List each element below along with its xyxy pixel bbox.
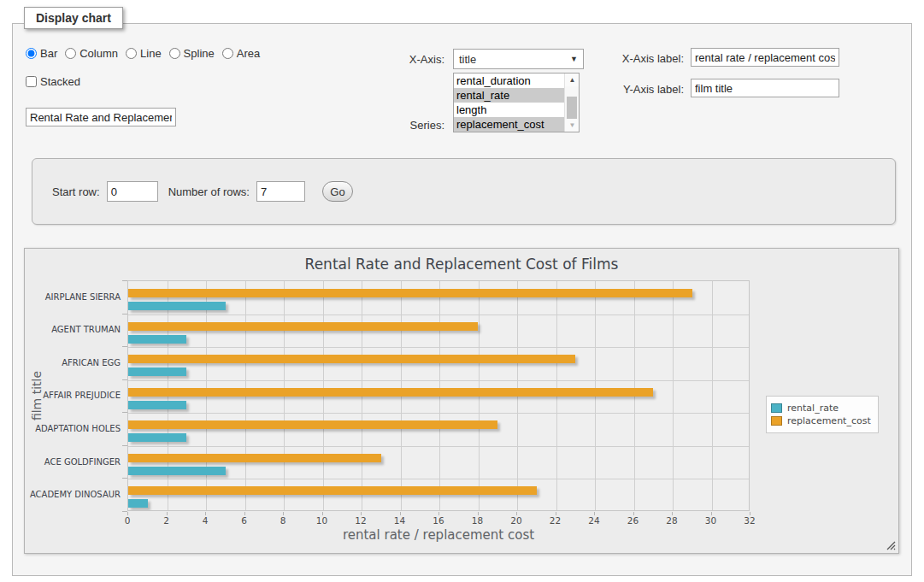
radio-spline-label: Spline: [184, 47, 215, 60]
y-tick-mark: [122, 445, 127, 446]
x-tick-mark: [556, 512, 556, 515]
x-tick-label: 2: [150, 515, 184, 526]
radio-column-input[interactable]: [65, 48, 76, 59]
y-tick-label: ACE GOLDFINGER: [25, 445, 121, 479]
scroll-down-icon[interactable]: ▼: [565, 119, 580, 132]
scrollbar-thumb[interactable]: [567, 97, 577, 119]
radio-bar[interactable]: Bar: [26, 47, 57, 60]
chart-legend: rental_rate replacement_cost: [766, 396, 879, 433]
number-of-rows-label: Number of rows:: [168, 185, 250, 198]
radio-bar-input[interactable]: [26, 48, 37, 59]
scroll-up-icon[interactable]: ▲: [565, 73, 580, 86]
series-listbox[interactable]: rental_duration rental_rate length repla…: [453, 73, 580, 132]
y-tick-label: AFRICAN EGG: [25, 346, 121, 379]
x-tick-label: 28: [655, 515, 689, 526]
start-row-input[interactable]: [107, 181, 158, 202]
y-tick-label: ACADEMY DINOSAUR: [25, 478, 121, 511]
legend-item: replacement_cost: [771, 415, 871, 426]
radio-area-label: Area: [237, 47, 260, 60]
radio-line-label: Line: [140, 47, 162, 60]
chevron-down-icon: ▼: [570, 55, 578, 63]
listbox-scrollbar[interactable]: ▲ ▼: [564, 73, 579, 132]
x-tick-label: 10: [305, 515, 339, 526]
gridline-vertical: [712, 281, 713, 510]
y-tick-mark: [122, 314, 127, 315]
x-tick-label: 8: [266, 515, 300, 526]
y-axis-label-label: Y-Axis label:: [603, 83, 684, 96]
gridline-horizontal: [128, 315, 749, 315]
bar-rental_rate: [128, 433, 186, 442]
radio-line[interactable]: Line: [126, 47, 162, 60]
x-tick-label: 32: [733, 515, 767, 526]
x-axis-label-input[interactable]: [691, 48, 839, 67]
y-tick-label: AIRPLANE SIERRA: [25, 280, 121, 314]
x-tick-mark: [205, 512, 206, 515]
series-option-rental-rate[interactable]: rental_rate: [454, 88, 579, 103]
bar-replacement_cost: [128, 486, 537, 495]
radio-spline[interactable]: Spline: [169, 47, 215, 60]
go-button[interactable]: Go: [322, 181, 353, 202]
radio-line-input[interactable]: [126, 48, 137, 59]
x-tick-mark: [633, 512, 634, 515]
bar-rental_rate: [128, 499, 148, 508]
y-axis-label-input[interactable]: [691, 79, 839, 97]
x-tick-mark: [244, 512, 245, 515]
radio-area-input[interactable]: [222, 48, 233, 59]
replacement-cost-swatch-icon: [771, 416, 782, 426]
x-axis-title: rental rate / replacement cost: [127, 527, 750, 543]
x-tick-mark: [283, 512, 284, 515]
gridline-horizontal: [128, 479, 749, 479]
x-tick-mark: [750, 512, 750, 515]
rows-panel: Start row: Number of rows: Go: [32, 158, 896, 225]
x-tick-mark: [167, 512, 168, 515]
y-tick-mark: [122, 346, 127, 347]
bar-replacement_cost: [128, 388, 653, 397]
y-tick-mark: [122, 412, 127, 413]
x-tick-label: 0: [110, 515, 144, 526]
x-tick-mark: [594, 512, 595, 515]
chart-panel: Rental Rate and Replacement Cost of Film…: [24, 248, 899, 554]
bar-replacement_cost: [128, 355, 575, 363]
x-tick-mark: [361, 512, 362, 515]
series-option-replacement-cost[interactable]: replacement_cost: [454, 117, 579, 132]
x-tick-label: 16: [421, 515, 456, 526]
radio-column[interactable]: Column: [65, 47, 118, 60]
series-option-rental-duration[interactable]: rental_duration: [454, 73, 579, 88]
series-option-length[interactable]: length: [454, 103, 579, 117]
bar-replacement_cost: [128, 454, 381, 462]
y-tick-label: ADAPTATION HOLES: [25, 412, 121, 445]
x-tick-mark: [478, 512, 479, 515]
legend-label: replacement_cost: [787, 415, 871, 426]
chart-type-radio-group: Bar Column Line Spline Area: [26, 47, 268, 60]
y-tick-label: AFFAIR PREJUDICE: [25, 379, 121, 413]
rental-rate-swatch-icon: [771, 403, 782, 413]
x-tick-label: 30: [694, 515, 728, 526]
bar-rental_rate: [128, 367, 186, 376]
x-axis-select-label: X-Axis:: [368, 53, 444, 66]
number-of-rows-input[interactable]: [256, 181, 305, 202]
x-tick-mark: [400, 512, 401, 515]
x-tick-label: 24: [577, 515, 611, 526]
gridline-horizontal: [128, 446, 749, 447]
gridline-horizontal: [128, 347, 749, 348]
bar-replacement_cost: [128, 322, 478, 331]
x-tick-label: 12: [344, 515, 378, 526]
x-tick-mark: [322, 512, 323, 515]
chart-title-input[interactable]: [26, 108, 176, 126]
radio-spline-input[interactable]: [169, 48, 180, 59]
stacked-checkbox[interactable]: [26, 76, 37, 87]
x-tick-label: 26: [616, 515, 650, 526]
x-tick-label: 18: [461, 515, 495, 526]
plot-area: [127, 280, 750, 511]
radio-area[interactable]: Area: [222, 47, 260, 60]
x-tick-label: 4: [188, 515, 222, 526]
resize-handle-icon[interactable]: [886, 541, 896, 550]
x-axis-selected-value: title: [459, 53, 570, 66]
x-tick-mark: [672, 512, 673, 515]
legend-item: rental_rate: [771, 403, 871, 414]
start-row-label: Start row:: [52, 185, 100, 198]
legend-label: rental_rate: [787, 403, 839, 414]
x-axis-select[interactable]: title ▼: [453, 49, 584, 69]
y-tick-mark: [122, 379, 127, 380]
gridline-vertical: [673, 281, 674, 510]
